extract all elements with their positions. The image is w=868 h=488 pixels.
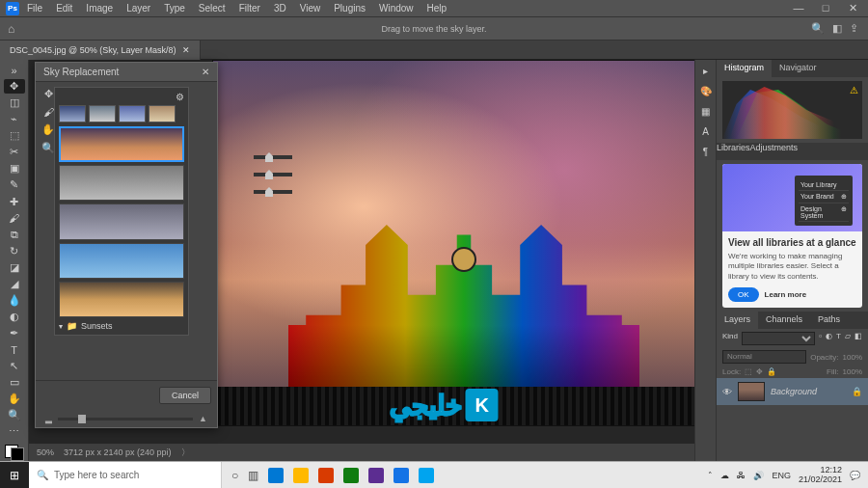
taskbar-photoshop-icon[interactable]	[393, 468, 409, 483]
tab-paths[interactable]: Paths	[810, 312, 848, 329]
tab-navigator[interactable]: Navigator	[772, 60, 825, 77]
share-icon[interactable]: ⇪	[850, 22, 858, 35]
eraser-tool[interactable]: ◪	[4, 260, 25, 275]
pen-tool[interactable]: ✒	[4, 326, 25, 340]
fade-edge-slider[interactable]	[254, 173, 292, 176]
menu-image[interactable]: Image	[80, 1, 119, 15]
window-close[interactable]: ✕	[843, 2, 862, 14]
eyedropper-tool[interactable]: ✎	[4, 177, 25, 192]
zoom-slider[interactable]	[58, 418, 193, 420]
sky-move-tool[interactable]: ✥	[44, 88, 53, 100]
taskbar-edge-icon[interactable]	[268, 468, 284, 483]
sky-preset-overcast[interactable]	[59, 165, 184, 201]
sky-preset-sunset-2[interactable]	[59, 282, 184, 317]
taskbar-app-icon-1[interactable]	[318, 468, 334, 483]
menu-plugins[interactable]: Plugins	[328, 1, 371, 15]
filter-pixel-icon[interactable]: ▫	[819, 332, 822, 345]
shift-edge-slider[interactable]	[254, 155, 292, 159]
menu-edit[interactable]: Edit	[50, 1, 78, 15]
sky-preset-sunset-1[interactable]	[59, 126, 184, 162]
filter-shape-icon[interactable]: ▱	[845, 332, 851, 345]
tray-clock[interactable]: 12:12 21/02/2021	[799, 466, 842, 485]
color-panel-icon[interactable]: 🎨	[700, 86, 712, 96]
taskbar-app-icon-3[interactable]	[368, 468, 384, 483]
marquee-tool[interactable]: ◫	[4, 95, 25, 110]
play-icon[interactable]: ▸	[703, 66, 708, 76]
libraries-ok-button[interactable]: OK	[728, 287, 759, 302]
type-tool[interactable]: T	[4, 342, 25, 357]
menu-3d[interactable]: 3D	[268, 1, 292, 15]
histogram-warning-icon[interactable]: ⚠	[850, 85, 858, 95]
visibility-icon[interactable]: 👁	[722, 387, 732, 397]
shape-tool[interactable]: ▭	[4, 375, 25, 390]
filter-adjust-icon[interactable]: ◐	[826, 332, 832, 345]
libraries-learn-more-link[interactable]: Learn more	[765, 290, 807, 299]
tray-volume-icon[interactable]: 🔊	[753, 471, 764, 480]
blend-mode-select[interactable]: Normal	[722, 350, 806, 364]
taskbar-explorer-icon[interactable]	[293, 468, 309, 483]
taskbar-app-icon-2[interactable]	[343, 468, 359, 483]
hand-tool[interactable]: ✋	[4, 392, 25, 406]
sky-zoom-tool[interactable]: 🔍	[41, 142, 55, 154]
tray-onedrive-icon[interactable]: ☁	[720, 471, 729, 480]
menu-type[interactable]: Type	[158, 1, 191, 15]
lock-icon[interactable]: 🔒	[852, 387, 862, 396]
history-brush-tool[interactable]: ↻	[4, 244, 25, 258]
tray-network-icon[interactable]: 🖧	[737, 471, 746, 480]
taskbar-search[interactable]: 🔍 Type here to search	[29, 462, 222, 489]
sky-preset-thumb-1[interactable]	[59, 105, 86, 122]
menu-select[interactable]: Select	[193, 1, 231, 15]
expand-toolbox-icon[interactable]: »	[4, 63, 25, 77]
layer-background[interactable]: 👁 Background 🔒	[717, 378, 868, 405]
swatches-panel-icon[interactable]: ▦	[701, 106, 710, 117]
brightness-slider[interactable]	[254, 190, 292, 194]
close-tab-icon[interactable]: ✕	[182, 45, 190, 55]
sky-preset-cloudy[interactable]	[59, 203, 184, 239]
status-zoom[interactable]: 50%	[37, 447, 54, 457]
tray-language[interactable]: ENG	[772, 471, 791, 480]
character-panel-icon[interactable]: A	[702, 126, 709, 137]
sky-hand-tool[interactable]: ✋	[41, 123, 55, 136]
document-tab[interactable]: DSC_0045.jpg @ 50% (Sky, Layer Mask/8) ✕	[0, 41, 201, 60]
opacity-value[interactable]: 100%	[843, 353, 862, 362]
sky-preset-thumb-4[interactable]	[149, 105, 176, 122]
edit-toolbar-icon[interactable]: ⋯	[4, 424, 25, 439]
menu-file[interactable]: File	[21, 1, 48, 15]
start-button[interactable]: ⊞	[0, 462, 29, 489]
cortana-icon[interactable]: ○	[231, 469, 238, 482]
lock-pixels-icon[interactable]: 🔒	[767, 367, 776, 376]
filter-smart-icon[interactable]: ◧	[854, 332, 862, 345]
lock-position-icon[interactable]: ✥	[756, 367, 763, 376]
paragraph-panel-icon[interactable]: ¶	[703, 147, 708, 157]
window-maximize[interactable]: □	[816, 2, 835, 14]
healing-tool[interactable]: ✚	[4, 195, 25, 209]
layer-filter-kind[interactable]	[742, 332, 815, 345]
sky-preset-thumb-3[interactable]	[119, 105, 146, 122]
home-icon[interactable]: ⌂	[8, 22, 14, 36]
menu-help[interactable]: Help	[421, 1, 453, 15]
window-minimize[interactable]: —	[789, 2, 808, 14]
filter-type-icon[interactable]: T	[836, 332, 841, 345]
tab-adjustments[interactable]: Adjustments	[750, 143, 799, 160]
blur-tool[interactable]: 💧	[4, 293, 25, 308]
zoom-in-icon[interactable]: ▲	[199, 414, 207, 423]
menu-view[interactable]: View	[294, 1, 327, 15]
menu-filter[interactable]: Filter	[233, 1, 266, 15]
menu-window[interactable]: Window	[373, 1, 420, 15]
cloud-docs-icon[interactable]: ◧	[832, 22, 842, 35]
zoom-out-icon[interactable]: ▂	[45, 414, 52, 423]
folder-chevron-icon[interactable]: ▾	[59, 322, 63, 331]
fill-value[interactable]: 100%	[843, 367, 862, 376]
brush-tool[interactable]: 🖌	[4, 211, 25, 226]
tray-chevron-icon[interactable]: ˄	[708, 471, 713, 480]
preset-settings-icon[interactable]: ⚙	[176, 92, 184, 102]
move-tool[interactable]: ✥	[4, 79, 25, 94]
selection-tool[interactable]: ⬚	[4, 128, 25, 143]
dodge-tool[interactable]: ◐	[4, 310, 25, 324]
taskbar-app-icon-4[interactable]	[419, 468, 434, 483]
task-view-icon[interactable]: ▥	[248, 469, 258, 482]
tab-histogram[interactable]: Histogram	[717, 60, 772, 77]
lasso-tool[interactable]: ⌁	[4, 112, 25, 126]
preset-group-label[interactable]: Sunsets	[81, 321, 113, 331]
lock-all-icon[interactable]: ⬚	[745, 367, 752, 376]
